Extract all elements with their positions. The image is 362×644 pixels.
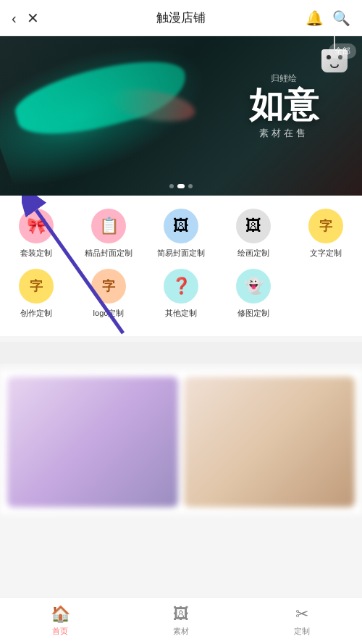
category-icon-suit: 🎀 [19,209,54,243]
custom-label: 定制 [294,626,310,637]
category-item-painting[interactable]: 🖼 绘画定制 [217,209,290,259]
lamp-mouth [330,64,339,68]
material-icon: 🖼 [173,605,189,624]
home-icon: 🏠 [51,605,70,624]
category-label-other: 其他定制 [165,308,197,319]
page-title: 触漫店铺 [156,9,206,26]
category-item-cover-simple[interactable]: 🖼 简易封面定制 [145,209,217,259]
product-card-2[interactable] [184,377,355,507]
category-label-logo: logo定制 [93,308,125,319]
separator-area [0,342,362,364]
banner-main-text: 如意 [249,88,319,122]
back-button[interactable]: ‹ [12,11,17,25]
category-label-retouch: 修图定制 [237,308,269,319]
category-icon-logo: 字 [91,269,126,304]
category-icon-text: 字 [308,209,343,243]
header: ‹ ✕ 触漫店铺 🔔 🔍 [0,0,362,36]
bottom-nav: 🏠 首页 🖼 素材 ✂ 定制 [0,597,362,644]
banner-subtitle: 归鲤绘 [249,72,319,85]
other-emoji: ❓ [172,277,191,296]
category-icon-other: ❓ [164,269,198,304]
category-item-retouch[interactable]: 👻 修图定制 [217,269,290,319]
category-label-text: 文字定制 [310,248,342,259]
dot-1 [169,184,174,188]
all-button[interactable]: 全部 [329,43,356,59]
painting-emoji: 🖼 [245,217,261,235]
banner-text-area: 归鲤绘 如意 素材在售 [249,72,319,140]
banner: 归鲤绘 如意 素材在售 全部 [0,36,362,196]
scroll-content: 归鲤绘 如意 素材在售 全部 🎀 套装定制 [0,36,362,597]
retouch-emoji: 👻 [244,277,264,296]
home-label: 首页 [52,626,68,637]
category-icon-retouch: 👻 [236,269,271,304]
header-left-controls: ‹ ✕ [12,11,39,25]
category-icon-creation: 字 [19,269,54,304]
category-label-suit: 套装定制 [20,248,52,259]
cover-simple-emoji: 🖼 [173,217,189,235]
banner-dragon [0,47,203,141]
notification-icon[interactable]: 🔔 [306,11,324,25]
cover-premium-emoji: 📋 [99,217,119,235]
banner-dots [169,184,193,188]
products-section [0,369,362,514]
dot-2 [177,184,185,188]
category-icon-painting: 🖼 [236,209,271,243]
nav-item-custom[interactable]: ✂ 定制 [241,598,362,644]
banner-desc: 素材在售 [249,127,319,140]
logo-emoji: 字 [102,277,115,295]
category-icon-cover-simple: 🖼 [164,209,198,243]
creation-emoji: 字 [30,277,43,295]
header-right-controls: 🔔 🔍 [306,11,350,25]
category-item-cover-premium[interactable]: 📋 精品封面定制 [72,209,145,259]
category-label-cover-simple: 简易封面定制 [157,248,205,259]
suit-emoji: 🎀 [27,217,46,235]
category-label-painting: 绘画定制 [237,248,269,259]
product-card-1[interactable] [7,377,178,507]
category-item-suit[interactable]: 🎀 套装定制 [0,209,72,259]
category-label-creation: 创作定制 [20,308,52,319]
dot-3 [188,184,193,188]
text-emoji: 字 [319,217,332,235]
category-label-cover-premium: 精品封面定制 [85,248,132,259]
category-item-other[interactable]: ❓ 其他定制 [145,269,217,319]
material-label: 素材 [173,626,189,637]
nav-item-material[interactable]: 🖼 素材 [121,598,242,644]
category-icon-cover-premium: 📋 [91,209,126,243]
close-button[interactable]: ✕ [27,11,39,25]
category-item-text[interactable]: 字 文字定制 [290,209,362,259]
category-item-logo[interactable]: 字 logo定制 [72,269,145,319]
search-icon[interactable]: 🔍 [332,11,350,25]
category-grid: 🎀 套装定制 📋 精品封面定制 🖼 简易封面定制 🖼 [0,209,362,329]
category-item-creation[interactable]: 字 创作定制 [0,269,72,319]
nav-item-home[interactable]: 🏠 首页 [0,598,121,644]
custom-icon: ✂ [295,605,308,624]
category-section: 🎀 套装定制 📋 精品封面定制 🖼 简易封面定制 🖼 [0,196,362,336]
